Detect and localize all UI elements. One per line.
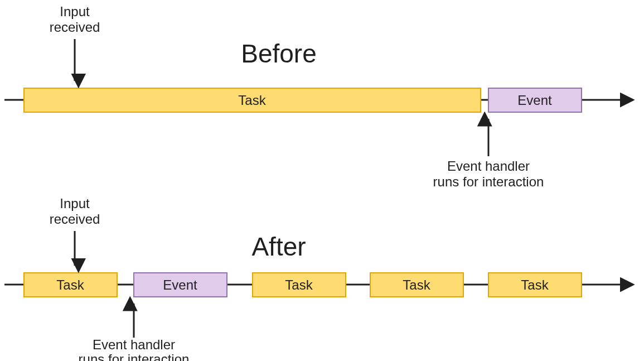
input-received-line2: received (50, 20, 100, 35)
after-event-label: Event (163, 277, 197, 292)
before-event-box: Event (488, 88, 582, 112)
after-task-label-1: Task (56, 277, 84, 292)
before-task-box: Task (24, 88, 481, 112)
after-event-box: Event (134, 273, 227, 297)
after-task-label-2: Task (285, 277, 313, 292)
after-heading: After (251, 232, 306, 261)
before-event-label: Event (517, 93, 552, 108)
after-task-box-1: Task (24, 273, 117, 297)
before-handler-marker: Event handler runs for interaction (433, 119, 544, 189)
before-group: Before Task Event Input received Event h… (4, 4, 631, 189)
after-task-box-3: Task (370, 273, 463, 297)
diagram-root: Before Task Event Input received Event h… (0, 0, 644, 361)
after-input-marker: Input received (50, 196, 100, 266)
after-input-received-line1: Input (60, 196, 90, 211)
after-handler-line1: Event handler (93, 337, 175, 352)
after-task-label-4: Task (521, 277, 549, 292)
after-task-box-4: Task (488, 273, 582, 297)
before-task-label: Task (238, 93, 266, 108)
before-input-marker: Input received (50, 4, 100, 81)
after-handler-line2: runs for interaction (79, 352, 190, 361)
after-task-label-3: Task (403, 277, 430, 292)
after-handler-marker: Event handler runs for interaction (79, 304, 190, 361)
input-received-line1: Input (60, 4, 90, 19)
handler-line1: Event handler (447, 158, 530, 174)
handler-line2: runs for interaction (433, 174, 544, 189)
after-group: After Task Event Task Task Task Input re… (4, 196, 631, 361)
after-input-received-line2: received (50, 211, 100, 227)
after-task-box-2: Task (253, 273, 346, 297)
before-heading: Before (241, 39, 317, 68)
